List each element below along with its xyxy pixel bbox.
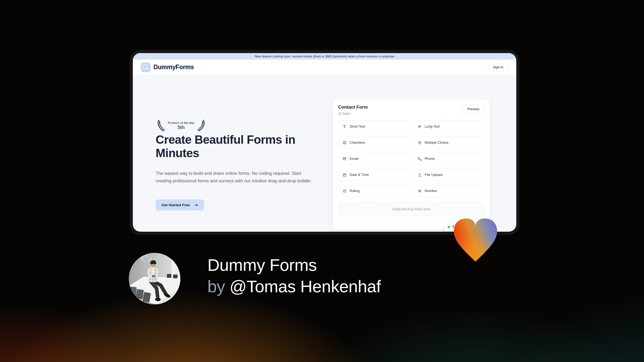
laurel-right-icon <box>197 120 207 132</box>
field-long-text[interactable]: Long Text <box>413 120 485 132</box>
email-icon <box>342 157 347 161</box>
app-header: DummyForms Sign In <box>133 60 516 75</box>
byline: Dummy Forms by @Tomas Henkenhaf <box>207 254 381 297</box>
phone-icon <box>418 157 422 161</box>
field-phone[interactable]: Phone <box>413 153 485 165</box>
byline-handle: @Tomas Henkenhaf <box>230 277 381 296</box>
multiple-choice-icon <box>418 141 422 145</box>
hash-icon <box>418 189 422 193</box>
drag-drop-zone[interactable]: Drag and drop fields here <box>338 202 484 216</box>
brand-name: DummyForms <box>153 64 194 71</box>
upload-icon <box>418 173 422 177</box>
field-palette: Short Text Long Text Checkbox <box>338 120 484 197</box>
browser-window: New feature coming soon: receive emails … <box>130 50 519 235</box>
brand[interactable]: DummyForms <box>141 62 194 72</box>
announcement-text: New feature coming soon: receive emails … <box>255 55 394 58</box>
award-line1: Product of the day <box>166 121 196 124</box>
award-line2: 5th <box>166 125 196 130</box>
get-started-label: Get Started Free <box>162 203 190 207</box>
main-content: Product of the day 5th <box>133 75 516 232</box>
field-short-text[interactable]: Short Text <box>338 120 409 132</box>
form-title: Contact Form <box>338 105 368 110</box>
author-avatar <box>129 253 180 304</box>
page-title: Create Beautiful Forms in Minutes <box>156 133 306 160</box>
byline-row: by @Tomas Henkenhaf <box>207 276 381 297</box>
field-date-time[interactable]: Date & Time <box>338 169 409 181</box>
field-count: 10 fields <box>338 112 368 116</box>
field-rating[interactable]: Rating <box>338 185 409 197</box>
long-text-icon <box>418 124 422 129</box>
field-file-upload[interactable]: File Upload <box>413 169 485 181</box>
star-icon <box>342 189 347 193</box>
checkbox-icon <box>342 141 347 145</box>
heart-icon <box>450 217 501 264</box>
announcement-banner: New feature coming soon: receive emails … <box>133 53 516 60</box>
dummyforms-app: New feature coming soon: receive emails … <box>133 53 516 232</box>
short-text-icon <box>342 124 347 129</box>
sign-in-button[interactable]: Sign In <box>488 63 508 72</box>
dummyforms-logo-icon <box>141 62 151 72</box>
calendar-icon <box>342 173 347 177</box>
field-multiple-choice[interactable]: Multiple Choice <box>413 136 485 149</box>
byline-prefix: by <box>207 277 225 296</box>
byline-title: Dummy Forms <box>207 254 381 276</box>
laurel-left-icon <box>156 120 165 132</box>
hero-description: The easiest way to build and share onlin… <box>156 169 314 184</box>
arrow-right-icon <box>194 203 198 207</box>
field-checkbox[interactable]: Checkbox <box>338 136 409 149</box>
preview-button[interactable]: Preview <box>462 105 484 114</box>
card-header: Contact Form 10 fields Preview <box>338 105 484 116</box>
get-started-button[interactable]: Get Started Free <box>156 200 204 210</box>
form-builder-card: Contact Form 10 fields Preview Short Tex… <box>333 99 490 230</box>
award-text: Product of the day 5th <box>166 121 196 130</box>
product-of-the-day-badge: Product of the day 5th <box>156 120 207 132</box>
field-number[interactable]: Number <box>413 185 485 197</box>
drag-drop-text: Drag and drop fields here <box>392 207 430 211</box>
field-email[interactable]: Email <box>338 153 409 165</box>
